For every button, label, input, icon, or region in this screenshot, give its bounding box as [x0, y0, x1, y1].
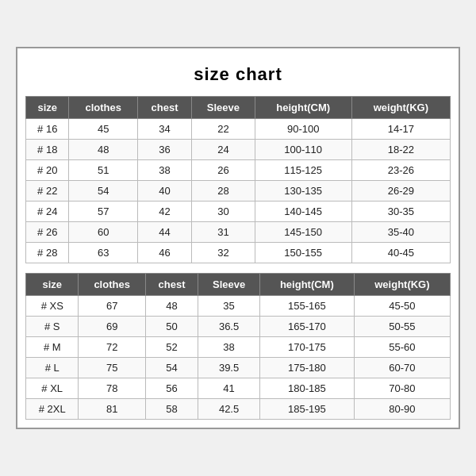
table2-header: sizeclotheschestSleeveheight(CM)weight(K…	[26, 274, 451, 296]
table2-header-cell: size	[26, 274, 79, 296]
table1-header-cell: clothes	[69, 97, 137, 119]
table-cell: 72	[79, 337, 145, 358]
table-cell: 14-17	[351, 119, 450, 140]
table2-header-cell: clothes	[79, 274, 145, 296]
table-cell: 31	[192, 222, 255, 243]
table-cell: 60	[69, 222, 137, 243]
table2-header-cell: weight(KG)	[354, 274, 450, 296]
size-chart-container: size chart sizeclotheschestSleeveheight(…	[16, 47, 460, 429]
table-cell: 145-150	[255, 222, 351, 243]
table-cell: 38	[198, 337, 260, 358]
table1-body: # 1645342290-10014-17# 18483624100-11018…	[26, 119, 451, 263]
table-cell: 185-195	[259, 399, 354, 420]
table-cell: 54	[69, 181, 137, 202]
table2-header-cell: chest	[145, 274, 198, 296]
table-cell: 30-35	[351, 202, 450, 222]
table-row: # 2XL815842.5185-19580-90	[26, 399, 451, 420]
table-cell: 40-45	[351, 243, 450, 263]
table-row: # XS674835155-16545-50	[26, 296, 451, 317]
table-row: # M725238170-17555-60	[26, 337, 451, 358]
size-table-2: sizeclotheschestSleeveheight(CM)weight(K…	[25, 273, 451, 420]
table-cell: 78	[79, 378, 145, 399]
table-cell: 36	[137, 140, 191, 160]
table-cell: # 16	[26, 119, 69, 140]
table-cell: 40	[137, 181, 191, 202]
table-cell: # L	[26, 358, 79, 378]
table2-body: # XS674835155-16545-50# S695036.5165-170…	[26, 296, 451, 420]
table-row: # 18483624100-11018-22	[26, 140, 451, 160]
table-row: # 26604431145-15035-40	[26, 222, 451, 243]
table-cell: 42.5	[198, 399, 260, 420]
table-cell: 39.5	[198, 358, 260, 378]
table-cell: # 2XL	[26, 399, 79, 420]
table-cell: 22	[192, 119, 255, 140]
table-cell: 67	[79, 296, 145, 317]
table-cell: 69	[79, 317, 145, 337]
table-cell: # XL	[26, 378, 79, 399]
table-cell: 52	[145, 337, 198, 358]
table-cell: 18-22	[351, 140, 450, 160]
chart-title: size chart	[25, 56, 451, 96]
table-cell: 28	[192, 181, 255, 202]
table-row: # 28634632150-15540-45	[26, 243, 451, 263]
table-cell: 54	[145, 358, 198, 378]
table-cell: 45	[69, 119, 137, 140]
table-cell: 50	[145, 317, 198, 337]
table-cell: 38	[137, 160, 191, 181]
table2-header-cell: height(CM)	[259, 274, 354, 296]
table-cell: 180-185	[259, 378, 354, 399]
table-cell: 155-165	[259, 296, 354, 317]
table-cell: 35	[198, 296, 260, 317]
table-row: # 20513826115-12523-26	[26, 160, 451, 181]
table-cell: 26-29	[351, 181, 450, 202]
table-cell: 23-26	[351, 160, 450, 181]
table-cell: # 28	[26, 243, 69, 263]
table-cell: # 24	[26, 202, 69, 222]
table-cell: 75	[79, 358, 145, 378]
table-cell: 50-55	[354, 317, 450, 337]
table-cell: # 22	[26, 181, 69, 202]
table-cell: 175-180	[259, 358, 354, 378]
table-cell: 140-145	[255, 202, 351, 222]
table-cell: 26	[192, 160, 255, 181]
table-cell: 48	[69, 140, 137, 160]
table-cell: 150-155	[255, 243, 351, 263]
table-cell: # 20	[26, 160, 69, 181]
size-table-1: sizeclotheschestSleeveheight(CM)weight(K…	[25, 96, 451, 263]
table-cell: 165-170	[259, 317, 354, 337]
table-cell: # XS	[26, 296, 79, 317]
table-cell: 41	[198, 378, 260, 399]
table-cell: 100-110	[255, 140, 351, 160]
table-cell: 30	[192, 202, 255, 222]
table-cell: 44	[137, 222, 191, 243]
table-cell: # 18	[26, 140, 69, 160]
table-cell: 46	[137, 243, 191, 263]
table-row: # S695036.5165-17050-55	[26, 317, 451, 337]
table-cell: 63	[69, 243, 137, 263]
table-row: # 22544028130-13526-29	[26, 181, 451, 202]
table-cell: 70-80	[354, 378, 450, 399]
table-cell: 35-40	[351, 222, 450, 243]
table-row: # 1645342290-10014-17	[26, 119, 451, 140]
table-row: # L755439.5175-18060-70	[26, 358, 451, 378]
table1-header-cell: Sleeve	[192, 97, 255, 119]
table-cell: 115-125	[255, 160, 351, 181]
table-cell: 130-135	[255, 181, 351, 202]
table-cell: 58	[145, 399, 198, 420]
section-gap	[25, 263, 451, 273]
table-cell: 55-60	[354, 337, 450, 358]
table-cell: 36.5	[198, 317, 260, 337]
table-cell: 57	[69, 202, 137, 222]
table1-header-cell: size	[26, 97, 69, 119]
table-row: # 24574230140-14530-35	[26, 202, 451, 222]
table-cell: 60-70	[354, 358, 450, 378]
table2-header-cell: Sleeve	[198, 274, 260, 296]
table-cell: 42	[137, 202, 191, 222]
table-row: # XL785641180-18570-80	[26, 378, 451, 399]
table-cell: 34	[137, 119, 191, 140]
table-cell: 90-100	[255, 119, 351, 140]
table1-header-row: sizeclotheschestSleeveheight(CM)weight(K…	[26, 97, 451, 119]
table-cell: 24	[192, 140, 255, 160]
table1-header-cell: weight(KG)	[351, 97, 450, 119]
table-cell: # 26	[26, 222, 69, 243]
